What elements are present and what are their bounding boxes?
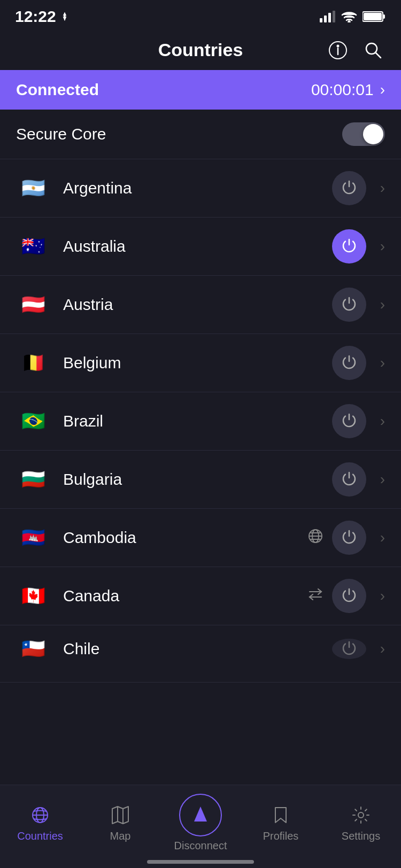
table-row[interactable]: 🇦🇺 Australia › — [0, 218, 401, 276]
country-name: Bulgaria — [63, 470, 332, 489]
tab-map-label: Map — [110, 830, 131, 842]
svg-rect-1 — [320, 18, 322, 22]
header-actions — [326, 38, 385, 62]
table-row[interactable]: 🇨🇦 Canada › — [0, 567, 401, 625]
globe-icon — [307, 528, 323, 544]
connect-button-argentina[interactable] — [332, 171, 366, 205]
p2p-feature-icon — [307, 586, 323, 606]
connect-button-bulgaria[interactable] — [332, 462, 366, 497]
svg-point-26 — [358, 812, 364, 818]
country-name: Canada — [63, 587, 307, 605]
svg-rect-2 — [324, 15, 327, 22]
table-row[interactable]: 🇧🇷 Brazil › — [0, 392, 401, 451]
connect-button-cambodia[interactable] — [332, 521, 366, 555]
flag-argentina: 🇦🇷 — [16, 176, 50, 200]
disconnect-tab-icon — [190, 804, 211, 826]
info-icon — [328, 41, 348, 60]
connect-button-australia[interactable] — [332, 229, 366, 264]
tab-profiles-label: Profiles — [263, 830, 299, 842]
tab-settings-icon — [349, 803, 373, 827]
country-extras: › — [332, 346, 385, 380]
country-name: Cambodia — [63, 529, 307, 547]
secure-core-toggle[interactable] — [342, 122, 385, 146]
country-extras: › — [332, 462, 385, 497]
wifi-icon — [341, 11, 357, 22]
connected-status: Connected — [16, 81, 99, 99]
svg-rect-8 — [364, 13, 382, 20]
tab-settings[interactable]: Settings — [329, 803, 393, 842]
search-button[interactable] — [361, 38, 385, 62]
svg-marker-25 — [194, 807, 207, 821]
bookmark-tab-icon — [271, 805, 290, 825]
power-icon — [340, 296, 358, 314]
chevron-right-icon: › — [380, 471, 385, 488]
page-title: Countries — [158, 40, 243, 60]
page-header: Countries — [0, 30, 401, 70]
chevron-right-icon: › — [380, 529, 385, 546]
svg-rect-4 — [333, 11, 335, 22]
info-button[interactable] — [326, 38, 350, 62]
globe-tab-icon — [30, 805, 50, 825]
tab-map[interactable]: Map — [88, 803, 152, 842]
connect-button-canada[interactable] — [332, 579, 366, 613]
map-tab-icon — [111, 805, 130, 825]
chevron-right-icon: › — [380, 180, 385, 197]
power-icon — [340, 529, 358, 547]
power-icon — [340, 179, 358, 197]
country-extras: › — [332, 404, 385, 438]
secure-core-row: Secure Core — [0, 110, 401, 159]
connected-timer: 00:00:01 — [311, 81, 374, 99]
country-extras: › — [332, 229, 385, 264]
battery-icon — [363, 11, 386, 22]
flag-belgium: 🇧🇪 — [16, 351, 50, 375]
country-extras: › — [332, 288, 385, 322]
country-name: Chile — [63, 640, 332, 658]
chevron-right-icon: › — [380, 238, 385, 255]
table-row[interactable]: 🇨🇱 Chile › — [0, 625, 401, 683]
tab-disconnect-icon — [179, 794, 222, 836]
svg-line-13 — [375, 52, 381, 58]
toggle-knob — [363, 124, 383, 144]
connect-button-chile[interactable] — [332, 639, 366, 659]
country-name: Austria — [63, 296, 332, 314]
tab-countries[interactable]: Countries — [8, 803, 72, 842]
status-icons — [320, 11, 386, 22]
tab-bar: Countries Map Disconnect Profiles — [0, 785, 401, 868]
p2p-icon — [307, 586, 323, 602]
tab-map-icon — [109, 803, 132, 827]
svg-point-5 — [349, 21, 350, 23]
tab-disconnect-label: Disconnect — [174, 840, 227, 852]
country-name: Australia — [63, 237, 332, 255]
status-time: 12:22 — [15, 7, 70, 26]
connected-chevron: › — [380, 81, 385, 98]
tab-settings-label: Settings — [342, 830, 380, 842]
country-extras: › — [307, 579, 385, 613]
globe-feature-icon — [307, 528, 323, 548]
table-row[interactable]: 🇰🇭 Cambodia › — [0, 509, 401, 567]
country-name: Belgium — [63, 354, 332, 372]
table-row[interactable]: 🇧🇬 Bulgaria › — [0, 451, 401, 509]
table-row[interactable]: 🇦🇹 Austria › — [0, 276, 401, 334]
tab-profiles[interactable]: Profiles — [249, 803, 313, 842]
connected-banner[interactable]: Connected 00:00:01 › — [0, 70, 401, 110]
country-list: 🇦🇷 Argentina › 🇦🇺 Australia › — [0, 159, 401, 683]
flag-australia: 🇦🇺 — [16, 235, 50, 258]
svg-point-11 — [337, 45, 339, 46]
tab-disconnect[interactable]: Disconnect — [168, 794, 233, 852]
tab-profiles-icon — [269, 803, 292, 827]
table-row[interactable]: 🇧🇪 Belgium › — [0, 334, 401, 392]
chevron-right-icon: › — [380, 296, 385, 313]
country-extras: › — [307, 521, 385, 555]
flag-cambodia: 🇰🇭 — [16, 526, 50, 549]
location-icon — [59, 11, 70, 22]
connect-button-brazil[interactable] — [332, 404, 366, 438]
svg-rect-7 — [383, 14, 385, 19]
settings-tab-icon — [351, 805, 371, 825]
power-icon — [340, 587, 358, 605]
connect-button-austria[interactable] — [332, 288, 366, 322]
connect-button-belgium[interactable] — [332, 346, 366, 380]
flag-canada: 🇨🇦 — [16, 584, 50, 608]
table-row[interactable]: 🇦🇷 Argentina › — [0, 159, 401, 218]
search-icon — [364, 41, 383, 60]
power-icon — [340, 354, 358, 372]
